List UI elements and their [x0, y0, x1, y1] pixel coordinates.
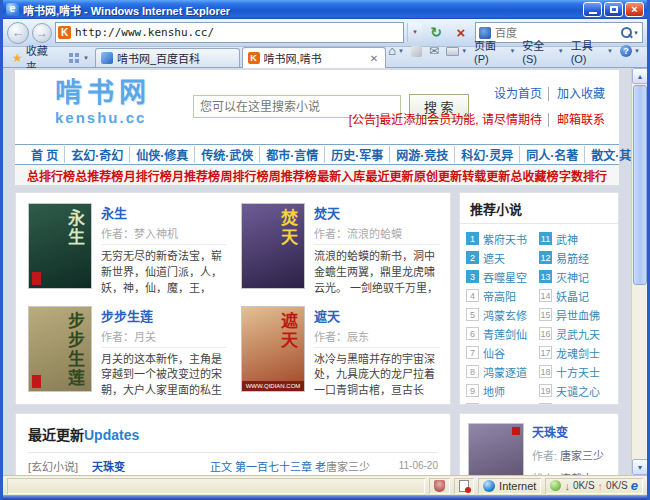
- security-zone[interactable]: Internet: [478, 478, 541, 494]
- favorites-button[interactable]: ★ 收藏夹: [6, 49, 63, 67]
- ranking-nav-item-0[interactable]: 总排行榜: [27, 167, 75, 184]
- detail-book-title[interactable]: 天珠变: [532, 426, 568, 440]
- update-row: [玄幻小说]天珠变正文 第一百七十三章 老子来讨个说法(唐家三少11-06-20: [28, 453, 438, 475]
- recommend-book-link[interactable]: 天谴之心: [556, 383, 600, 399]
- search-dropdown-icon[interactable]: ▼: [633, 30, 639, 36]
- rank-badge: 1: [466, 232, 479, 245]
- ranking-nav-item-8[interactable]: 原创更新: [414, 167, 462, 184]
- book-title-link[interactable]: 步步生莲: [101, 309, 153, 324]
- book-cover-image[interactable]: 永生: [28, 203, 92, 289]
- nav-item-3[interactable]: 传统·武侠: [194, 146, 259, 163]
- recommend-book-link[interactable]: 地师: [483, 383, 505, 399]
- maximize-button[interactable]: [604, 2, 623, 17]
- feeds-button[interactable]: [411, 46, 422, 57]
- recommend-book-link[interactable]: 龙魂剑士: [556, 345, 600, 361]
- help-menu[interactable]: ?▼: [620, 45, 640, 57]
- cover-title-text: 遮天: [275, 312, 300, 350]
- scroll-down-icon[interactable]: ▼: [632, 459, 647, 475]
- nav-item-7[interactable]: 科幻·灵异: [454, 146, 519, 163]
- recommend-item: 18十方天士: [539, 362, 612, 381]
- recommend-book-link[interactable]: 灵武九天: [556, 326, 600, 342]
- recommend-book-link[interactable]: 青莲剑仙: [483, 326, 527, 342]
- add-favorite-link[interactable]: 加入收藏: [548, 87, 605, 101]
- tools-menu[interactable]: 工具(O)▼: [571, 37, 613, 65]
- recommend-book-link[interactable]: 鸿蒙逐道: [483, 364, 527, 380]
- ranking-nav-item-9[interactable]: 转载更新: [462, 167, 510, 184]
- update-chapter-link[interactable]: 正文 第一百七十三章 老子来讨个说法(: [210, 458, 326, 474]
- recommend-book-link[interactable]: 遮天: [483, 250, 505, 266]
- nav-item-8[interactable]: 同人·名著: [519, 146, 584, 163]
- book-author: 作者：梦入神机: [101, 225, 227, 245]
- ranking-nav-item-2[interactable]: 月排行榜: [124, 167, 172, 184]
- site-logo[interactable]: 啃书网 kenshu.cc: [55, 80, 151, 125]
- book-cover-image[interactable]: 步步生莲: [28, 306, 92, 392]
- update-book-link[interactable]: 天珠变: [92, 458, 210, 474]
- search-icon[interactable]: [619, 25, 633, 41]
- recommend-book-link[interactable]: 易筋经: [556, 250, 589, 266]
- recommend-book-link[interactable]: 鸿蒙玄修: [483, 307, 527, 323]
- address-bar[interactable]: K: [55, 22, 404, 43]
- ranking-nav-item-6[interactable]: 最新入库: [317, 167, 365, 184]
- book-title-link[interactable]: 永生: [101, 206, 127, 221]
- status-shield: [429, 478, 450, 494]
- ranking-nav-item-11[interactable]: 字数排行: [559, 167, 607, 184]
- nav-item-2[interactable]: 仙侠·修真: [129, 146, 194, 163]
- ranking-nav-item-10[interactable]: 总收藏榜: [511, 167, 559, 184]
- recommend-book-link[interactable]: 十方天士: [556, 364, 600, 380]
- help-icon: ?: [620, 45, 632, 57]
- book-cover-image[interactable]: 焚天: [241, 203, 305, 289]
- nav-item-5[interactable]: 历史·军事: [324, 146, 389, 163]
- blocked-popup-icon: [459, 480, 469, 492]
- back-button[interactable]: ←: [7, 22, 29, 44]
- main-nav: 首 页玄幻·奇幻仙侠·修真传统·武侠都市·言情历史·军事网游·竞技科幻·灵异同人…: [15, 144, 619, 165]
- nav-item-4[interactable]: 都市·言情: [259, 146, 324, 163]
- ranking-nav-item-4[interactable]: 周排行榜: [220, 167, 268, 184]
- ranking-nav-item-5[interactable]: 周推荐榜: [269, 167, 317, 184]
- tab-kenshu-active[interactable]: K 啃书网,啃书 ✕: [242, 47, 387, 68]
- forward-button[interactable]: →: [32, 23, 52, 43]
- set-home-link[interactable]: 设为首页: [494, 87, 542, 101]
- scrollbar-thumb[interactable]: [633, 85, 647, 285]
- read-mail-button[interactable]: ✉: [429, 45, 439, 57]
- nav-item-0[interactable]: 首 页: [25, 146, 64, 163]
- close-button[interactable]: ×: [625, 2, 644, 17]
- vertical-scrollbar[interactable]: ▲ ▼: [631, 68, 647, 475]
- nav-item-1[interactable]: 玄幻·奇幻: [64, 146, 129, 163]
- recommend-book-link[interactable]: 仙谷: [483, 345, 505, 361]
- recommend-book-link[interactable]: 巡狩大明: [483, 402, 527, 406]
- book-title-link[interactable]: 遮天: [314, 309, 340, 324]
- recommend-book-link[interactable]: 流浪仙人: [556, 402, 600, 406]
- page-menu[interactable]: 页面(P)▼: [474, 37, 515, 65]
- ranking-nav-item-1[interactable]: 总推荐榜: [75, 167, 123, 184]
- nav-item-6[interactable]: 网游·竞技: [389, 146, 454, 163]
- recommend-item: 20流浪仙人: [539, 400, 612, 405]
- safety-menu[interactable]: 安全(S)▼: [522, 37, 563, 65]
- book-info: 步步生莲作者：月关月关的这本新作，主角是穿越到一个被改变过的宋朝，大户人家里面的…: [101, 306, 227, 399]
- recommend-book-link[interactable]: 异世血佛: [556, 307, 600, 323]
- ranking-nav-item-7[interactable]: 最近更新: [366, 167, 414, 184]
- address-input[interactable]: [75, 26, 401, 39]
- recommend-book-link[interactable]: 吞噬星空: [483, 269, 527, 285]
- recommend-book-link[interactable]: 灭神记: [556, 269, 589, 285]
- recommend-book-link[interactable]: 武神: [556, 231, 578, 247]
- minimize-button[interactable]: [583, 2, 602, 17]
- ranking-nav-item-3[interactable]: 月推荐榜: [172, 167, 220, 184]
- quick-tabs-button[interactable]: ▼: [65, 49, 93, 67]
- recommend-book-link[interactable]: 紫府天书: [483, 231, 527, 247]
- scroll-up-icon[interactable]: ▲: [632, 68, 647, 84]
- download-speed: 0K/S: [573, 480, 595, 491]
- print-button[interactable]: ▼: [446, 47, 467, 56]
- recommend-book-link[interactable]: 妖晶记: [556, 288, 589, 304]
- book-cover[interactable]: [468, 423, 524, 475]
- book-title-link[interactable]: 焚天: [314, 206, 340, 221]
- recommend-book-link[interactable]: 帝高阳: [483, 288, 516, 304]
- home-button[interactable]: ⌂▼: [388, 45, 404, 57]
- book-cover-image[interactable]: 遮天WWW.QIDIAN.COM: [241, 306, 305, 392]
- tab-close-icon[interactable]: ✕: [368, 53, 380, 64]
- announcement-text: [公告]最近添加会员功能, 请尽情期待: [349, 113, 542, 127]
- nav-item-9[interactable]: 散文·其它: [584, 146, 631, 163]
- field-value: 唐家三少: [560, 450, 604, 462]
- recommend-item: 3吞噬星空: [466, 267, 539, 286]
- tab-baidu-baike[interactable]: 啃书网_百度百科: [95, 48, 240, 67]
- mail-contact-link[interactable]: 邮箱联系: [548, 113, 605, 127]
